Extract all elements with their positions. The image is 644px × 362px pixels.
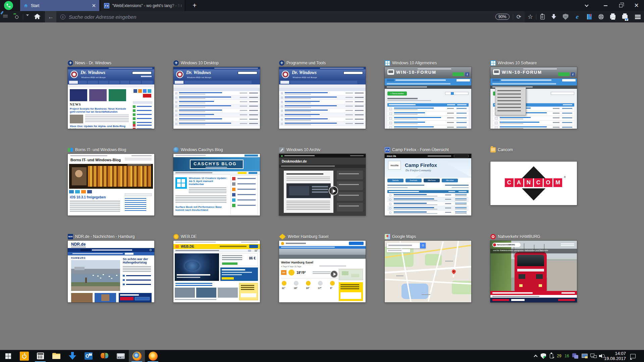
tab-title: Start — [31, 3, 39, 8]
tile-nahverkehr-hamburg[interactable]: Nahverkehr HAMBURG NahverkehrHAMBURG und… — [490, 234, 577, 302]
tile-webde[interactable]: WEB.DE WEB.DE 11° 86 € — [173, 234, 260, 302]
whatsapp-icon[interactable] — [4, 1, 13, 10]
thumbnail: Dr. Windows Windows-Hilfe mit Rezept — [173, 67, 260, 129]
thumbnail: NahverkehrHAMBURG und für Städtetouriste… — [490, 241, 577, 302]
thumbnail: Dr. Windows Windows-Hilfe mit Rezept NEW… — [68, 67, 154, 129]
thumbnail: Dr. Windows Windows-Hilfe mit Rezept — [279, 67, 366, 129]
tile-news-dr-windows[interactable]: ✛News - Dr. Windows Dr. Windows Windows-… — [68, 60, 154, 129]
tile-windows-10-allgemeines[interactable]: Windows 10 Allgemeines WIN-10-FORUM f + … — [385, 60, 471, 129]
file-explorer-icon[interactable] — [48, 350, 64, 362]
tile-ndr[interactable]: NDRNDR.de - Nachrichten - Hamburg NDR.de… — [68, 234, 154, 302]
minimize-button[interactable] — [598, 0, 613, 11]
address-bar: ← i 90% ⟳ — [45, 11, 525, 22]
thumbnail: CANCOM ® — [490, 154, 577, 216]
thumbnail: Wetter Hamburg Sasel 4 Tage 8 Tage 15 Ta… — [279, 241, 366, 302]
print-save-icon[interactable] — [620, 11, 630, 22]
tile-windows-10-desktop[interactable]: ✛Windows 10 Desktop Dr. Windows Windows-… — [173, 60, 260, 129]
home-favicon — [23, 3, 28, 8]
tile-cancom[interactable]: Cancom CANCOM ® — [490, 147, 577, 216]
thumbnail: WIN-10-FORUM f + Thema erstellen — [385, 67, 471, 129]
close-button[interactable]: ✕ — [629, 0, 644, 11]
thumbnail — [385, 241, 471, 302]
thumbnail: Borns IT- und Windows-Blog iOS 10.3.1 fr… — [68, 154, 154, 216]
tile-windows-10-software[interactable]: Windows 10 Software WIN-10-FORUM f + The… — [490, 60, 577, 129]
tab-start[interactable]: Start ✕ — [20, 0, 99, 11]
new-tab-button[interactable]: + — [188, 0, 201, 11]
thumbnail: NDR.de HAMBURG So schön war der Hafengeb… — [68, 241, 154, 302]
tray-expand-chevron-icon[interactable] — [532, 350, 539, 362]
downloads-icon[interactable] — [549, 11, 559, 22]
search-input[interactable] — [69, 14, 495, 20]
tile-windows-10-archiv[interactable]: Windows 10 Archiv Deskmodder.de — [279, 147, 366, 216]
favorites-star-icon[interactable]: ☆ — [525, 11, 535, 22]
restore-button[interactable] — [613, 0, 628, 11]
thumbnail: moz://a mozilla Camp Firefox Die Firefox… — [385, 154, 471, 216]
start-button[interactable] — [0, 350, 16, 362]
tray-date: 19.08.2017 — [604, 356, 626, 361]
film-reel-icon[interactable] — [596, 11, 606, 22]
tile-programme-und-tools[interactable]: ✛Programme und Tools Dr. Windows Windows… — [279, 60, 366, 129]
dictionary-book-icon[interactable] — [584, 11, 594, 22]
back-button[interactable]: ← — [45, 11, 56, 22]
tile-camp-firefox[interactable]: FxCamp Firefox - Foren-Übersicht moz://a… — [385, 147, 471, 216]
print-icon[interactable] — [608, 11, 618, 22]
menu-icon[interactable] — [633, 11, 643, 22]
temp-monitor-green[interactable]: 16 — [564, 350, 570, 362]
thumbnail: WIN-10-FORUM f + Thema erstellen — [490, 67, 577, 129]
tab-close-icon[interactable]: ✕ — [92, 3, 96, 9]
speed-dial-grid: ✛News - Dr. Windows Dr. Windows Windows-… — [68, 60, 577, 302]
action-center-icon[interactable] — [628, 350, 638, 362]
thumbnail: Deskmodder.de — [279, 154, 366, 216]
usb-eject-icon[interactable] — [547, 350, 555, 362]
tray-time: 14:07 — [604, 351, 626, 356]
tile-borns-blog[interactable]: Borns IT- und Windows-Blog Borns IT- und… — [68, 147, 154, 216]
ublock-origin-icon[interactable]: UO — [560, 11, 571, 22]
power-app-icon[interactable] — [16, 350, 32, 362]
butterfly-app-icon[interactable] — [97, 350, 113, 362]
harddisk-app-icon[interactable] — [113, 350, 129, 362]
tab-list-chevron-icon[interactable] — [579, 0, 594, 11]
temp-monitor-yellow[interactable]: 29 — [555, 350, 563, 362]
reading-list-icon[interactable] — [537, 11, 547, 22]
tray-clock[interactable]: 14:07 19.08.2017 — [604, 351, 626, 361]
thumbnail: WEB.DE 11° 86 € — [173, 241, 260, 302]
chevron-down-icon[interactable] — [26, 16, 29, 22]
network-tray-icon[interactable] — [589, 350, 598, 362]
thumbnail: CASCHYS BLOG Windows 10 Creators Update:… — [173, 154, 260, 216]
devices-tray-icon[interactable] — [571, 350, 580, 362]
tab-webextensions[interactable]: Fx "WebExtensions" - wo geht's lang? - S… — [101, 0, 185, 11]
defender-shield-icon[interactable] — [539, 350, 547, 362]
edge-extension-icon[interactable]: e — [572, 11, 582, 22]
download-arrow-icon[interactable] — [64, 350, 80, 362]
tile-caschys-blog[interactable]: Windows Caschys Blog CASCHYS BLOG Window… — [173, 147, 260, 216]
tab-bar: Start ✕ Fx "WebExtensions" - wo geht's l… — [0, 0, 644, 11]
pc-tray-icon[interactable] — [580, 350, 589, 362]
firefox-active-app-icon[interactable] — [129, 350, 145, 362]
calendar-app-icon[interactable] — [32, 350, 48, 362]
refresh-icon[interactable]: ⟳ — [517, 13, 521, 20]
outlook-icon[interactable]: O — [80, 350, 97, 362]
fx-favicon: Fx — [104, 3, 109, 8]
tile-google-maps[interactable]: Google Maps — [385, 234, 471, 302]
tile-wetter[interactable]: Wetter Hamburg Sasel Wetter Hamburg Sase… — [279, 234, 366, 302]
zoom-badge[interactable]: 90% — [495, 14, 509, 20]
info-icon[interactable]: i — [60, 14, 65, 19]
taskbar: O 29 16 14:07 19.08.2017 — [0, 350, 644, 362]
firefox-orange-app-icon[interactable] — [145, 350, 161, 362]
